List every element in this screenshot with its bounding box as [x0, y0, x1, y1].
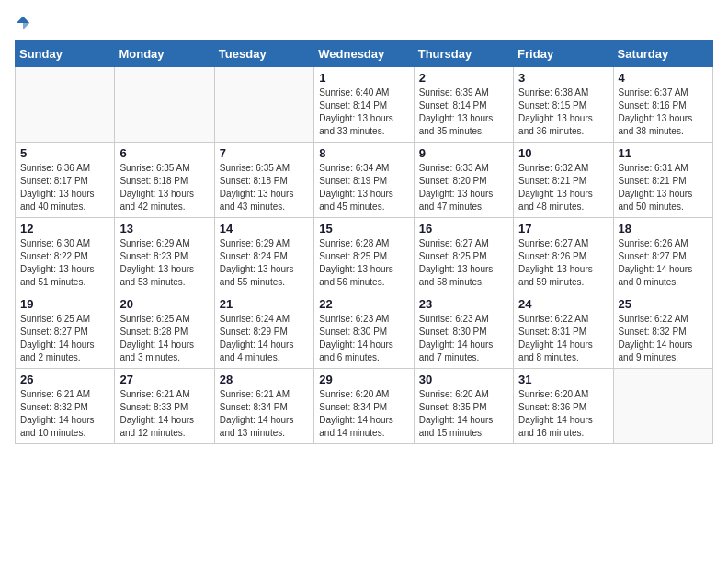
- day-info: Sunrise: 6:35 AM Sunset: 8:18 PM Dayligh…: [220, 162, 309, 213]
- week-row-3: 19Sunrise: 6:25 AM Sunset: 8:27 PM Dayli…: [16, 293, 713, 369]
- calendar-cell: 23Sunrise: 6:23 AM Sunset: 8:30 PM Dayli…: [414, 293, 513, 369]
- day-number: 15: [319, 222, 408, 236]
- calendar-body: 1Sunrise: 6:40 AM Sunset: 8:14 PM Daylig…: [16, 67, 713, 444]
- weekday-sunday: Sunday: [16, 41, 115, 67]
- day-info: Sunrise: 6:34 AM Sunset: 8:19 PM Dayligh…: [319, 162, 408, 213]
- calendar-cell: 10Sunrise: 6:32 AM Sunset: 8:21 PM Dayli…: [514, 143, 613, 218]
- day-info: Sunrise: 6:22 AM Sunset: 8:31 PM Dayligh…: [518, 313, 608, 364]
- calendar-cell: 28Sunrise: 6:21 AM Sunset: 8:34 PM Dayli…: [214, 369, 313, 444]
- calendar-cell: 12Sunrise: 6:30 AM Sunset: 8:22 PM Dayli…: [16, 218, 115, 293]
- day-number: 17: [518, 222, 608, 236]
- day-number: 8: [319, 146, 408, 160]
- day-number: 25: [619, 297, 708, 311]
- calendar-cell: 8Sunrise: 6:34 AM Sunset: 8:19 PM Daylig…: [314, 143, 414, 218]
- day-number: 16: [419, 222, 508, 236]
- calendar-cell: 17Sunrise: 6:27 AM Sunset: 8:26 PM Dayli…: [514, 218, 613, 293]
- weekday-monday: Monday: [115, 41, 214, 67]
- calendar-cell: 19Sunrise: 6:25 AM Sunset: 8:27 PM Dayli…: [16, 293, 115, 369]
- calendar-cell: 18Sunrise: 6:26 AM Sunset: 8:27 PM Dayli…: [613, 218, 712, 293]
- calendar-cell: 14Sunrise: 6:29 AM Sunset: 8:24 PM Dayli…: [214, 218, 313, 293]
- day-number: 29: [319, 373, 408, 386]
- calendar-cell: 29Sunrise: 6:20 AM Sunset: 8:34 PM Dayli…: [314, 369, 414, 444]
- calendar-cell: [115, 67, 214, 143]
- weekday-thursday: Thursday: [414, 41, 513, 67]
- calendar-cell: 3Sunrise: 6:38 AM Sunset: 8:15 PM Daylig…: [514, 67, 613, 143]
- day-number: 20: [119, 297, 209, 311]
- calendar-cell: [214, 67, 313, 143]
- week-row-2: 12Sunrise: 6:30 AM Sunset: 8:22 PM Dayli…: [16, 218, 713, 293]
- day-info: Sunrise: 6:27 AM Sunset: 8:25 PM Dayligh…: [419, 237, 508, 289]
- day-info: Sunrise: 6:21 AM Sunset: 8:32 PM Dayligh…: [20, 388, 109, 440]
- weekday-saturday: Saturday: [613, 41, 712, 67]
- day-info: Sunrise: 6:40 AM Sunset: 8:14 PM Dayligh…: [319, 86, 408, 138]
- day-info: Sunrise: 6:29 AM Sunset: 8:23 PM Dayligh…: [119, 237, 209, 289]
- calendar-cell: 26Sunrise: 6:21 AM Sunset: 8:32 PM Dayli…: [16, 369, 115, 444]
- calendar-cell: 13Sunrise: 6:29 AM Sunset: 8:23 PM Dayli…: [115, 218, 214, 293]
- day-info: Sunrise: 6:20 AM Sunset: 8:34 PM Dayligh…: [319, 388, 408, 440]
- calendar-cell: 25Sunrise: 6:22 AM Sunset: 8:32 PM Dayli…: [613, 293, 712, 369]
- day-info: Sunrise: 6:27 AM Sunset: 8:26 PM Dayligh…: [518, 237, 608, 289]
- week-row-4: 26Sunrise: 6:21 AM Sunset: 8:32 PM Dayli…: [16, 369, 713, 444]
- svg-marker-0: [17, 17, 29, 23]
- day-info: Sunrise: 6:30 AM Sunset: 8:22 PM Dayligh…: [20, 237, 109, 289]
- day-info: Sunrise: 6:28 AM Sunset: 8:25 PM Dayligh…: [319, 237, 408, 289]
- day-number: 11: [619, 146, 708, 160]
- day-info: Sunrise: 6:29 AM Sunset: 8:24 PM Dayligh…: [220, 237, 309, 289]
- svg-marker-1: [23, 23, 29, 29]
- day-info: Sunrise: 6:21 AM Sunset: 8:34 PM Dayligh…: [220, 388, 309, 440]
- weekday-friday: Friday: [514, 41, 613, 67]
- day-number: 18: [619, 222, 708, 236]
- day-number: 19: [20, 297, 109, 311]
- day-info: Sunrise: 6:23 AM Sunset: 8:30 PM Dayligh…: [419, 313, 508, 364]
- day-info: Sunrise: 6:32 AM Sunset: 8:21 PM Dayligh…: [518, 162, 608, 213]
- day-info: Sunrise: 6:35 AM Sunset: 8:18 PM Dayligh…: [119, 162, 209, 213]
- calendar-cell: 30Sunrise: 6:20 AM Sunset: 8:35 PM Dayli…: [414, 369, 513, 444]
- day-number: 27: [119, 373, 209, 386]
- day-info: Sunrise: 6:23 AM Sunset: 8:30 PM Dayligh…: [319, 313, 408, 364]
- day-info: Sunrise: 6:39 AM Sunset: 8:14 PM Dayligh…: [419, 86, 508, 138]
- day-number: 21: [220, 297, 309, 311]
- weekday-header-row: SundayMondayTuesdayWednesdayThursdayFrid…: [16, 41, 713, 67]
- day-number: 12: [20, 222, 109, 236]
- day-number: 26: [20, 373, 109, 386]
- day-number: 6: [119, 146, 209, 160]
- day-info: Sunrise: 6:37 AM Sunset: 8:16 PM Dayligh…: [619, 86, 708, 138]
- day-info: Sunrise: 6:36 AM Sunset: 8:17 PM Dayligh…: [20, 162, 109, 213]
- week-row-1: 5Sunrise: 6:36 AM Sunset: 8:17 PM Daylig…: [16, 143, 713, 218]
- day-number: 4: [619, 71, 708, 85]
- calendar-cell: 5Sunrise: 6:36 AM Sunset: 8:17 PM Daylig…: [16, 143, 115, 218]
- day-number: 23: [419, 297, 508, 311]
- calendar-table: SundayMondayTuesdayWednesdayThursdayFrid…: [15, 40, 713, 444]
- day-info: Sunrise: 6:21 AM Sunset: 8:33 PM Dayligh…: [119, 388, 209, 440]
- week-row-0: 1Sunrise: 6:40 AM Sunset: 8:14 PM Daylig…: [16, 67, 713, 143]
- calendar-cell: 27Sunrise: 6:21 AM Sunset: 8:33 PM Dayli…: [115, 369, 214, 444]
- calendar-cell: 31Sunrise: 6:20 AM Sunset: 8:36 PM Dayli…: [514, 369, 613, 444]
- calendar-cell: 21Sunrise: 6:24 AM Sunset: 8:29 PM Dayli…: [214, 293, 313, 369]
- calendar-cell: 20Sunrise: 6:25 AM Sunset: 8:28 PM Dayli…: [115, 293, 214, 369]
- calendar-cell: 11Sunrise: 6:31 AM Sunset: 8:21 PM Dayli…: [613, 143, 712, 218]
- day-info: Sunrise: 6:20 AM Sunset: 8:35 PM Dayligh…: [419, 388, 508, 440]
- day-number: 9: [419, 146, 508, 160]
- day-number: 24: [518, 297, 608, 311]
- day-info: Sunrise: 6:33 AM Sunset: 8:20 PM Dayligh…: [419, 162, 508, 213]
- weekday-wednesday: Wednesday: [314, 41, 414, 67]
- day-number: 3: [518, 71, 608, 85]
- calendar-cell: 16Sunrise: 6:27 AM Sunset: 8:25 PM Dayli…: [414, 218, 513, 293]
- day-number: 14: [220, 222, 309, 236]
- day-number: 10: [518, 146, 608, 160]
- day-info: Sunrise: 6:22 AM Sunset: 8:32 PM Dayligh…: [619, 313, 708, 364]
- day-number: 2: [419, 71, 508, 85]
- day-info: Sunrise: 6:20 AM Sunset: 8:36 PM Dayligh…: [518, 388, 608, 440]
- day-number: 1: [319, 71, 408, 85]
- logo: [15, 15, 35, 31]
- calendar-cell: [16, 67, 115, 143]
- day-info: Sunrise: 6:31 AM Sunset: 8:21 PM Dayligh…: [619, 162, 708, 213]
- calendar-cell: 15Sunrise: 6:28 AM Sunset: 8:25 PM Dayli…: [314, 218, 414, 293]
- calendar-cell: 1Sunrise: 6:40 AM Sunset: 8:14 PM Daylig…: [314, 67, 414, 143]
- calendar-cell: 24Sunrise: 6:22 AM Sunset: 8:31 PM Dayli…: [514, 293, 613, 369]
- calendar-cell: 2Sunrise: 6:39 AM Sunset: 8:14 PM Daylig…: [414, 67, 513, 143]
- calendar-cell: 9Sunrise: 6:33 AM Sunset: 8:20 PM Daylig…: [414, 143, 513, 218]
- calendar-cell: 22Sunrise: 6:23 AM Sunset: 8:30 PM Dayli…: [314, 293, 414, 369]
- calendar-cell: 7Sunrise: 6:35 AM Sunset: 8:18 PM Daylig…: [214, 143, 313, 218]
- day-info: Sunrise: 6:24 AM Sunset: 8:29 PM Dayligh…: [220, 313, 309, 364]
